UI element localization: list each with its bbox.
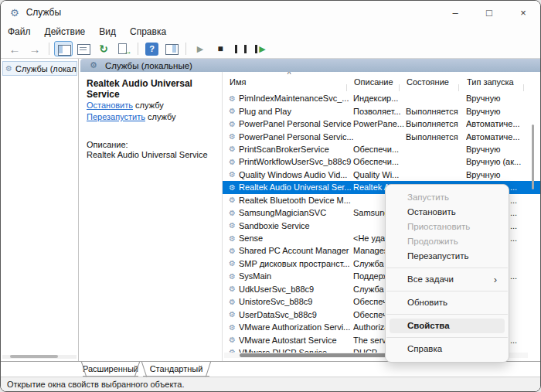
menu-item[interactable]: Справка — [123, 26, 173, 37]
service-startup-type-cell: Автоматиче... — [466, 132, 540, 141]
toolbar: ←→↻?▶■▶ — [1, 39, 540, 59]
restart-link-suffix: службу — [145, 112, 176, 121]
context-menu-item-label: Свойства — [407, 321, 450, 330]
maximize-button[interactable]: □ — [472, 1, 506, 24]
context-menu-item[interactable]: Продолжить — [390, 234, 505, 249]
service-row[interactable]: ⚙ PimIndexMaintenanceSvc_... Индексир...… — [223, 92, 540, 104]
context-menu-item — [386, 268, 508, 268]
service-gear-icon: ⚙ — [227, 336, 237, 344]
service-name-cell: UdkUserSvc_b88c9 — [239, 285, 353, 294]
service-row[interactable]: ⚙ PowerPanel Personal Servic... Выполняе… — [223, 130, 540, 142]
service-row[interactable]: ⚙ PrintScanBrokerService Обеспечи... Вру… — [223, 143, 540, 155]
service-gear-icon: ⚙ — [227, 107, 237, 115]
column-header-status[interactable]: Состояние — [407, 77, 449, 87]
tab-extended[interactable]: Расширенный — [83, 362, 138, 377]
context-menu-item-label: Перезапустить — [407, 251, 468, 261]
context-menu-item[interactable]: Остановить — [390, 205, 505, 220]
column-divider — [346, 84, 347, 91]
help-icon[interactable]: ? — [145, 43, 158, 56]
tab-standard[interactable]: Стандартный — [143, 362, 209, 377]
service-name-cell: Shared PC Account Manager — [239, 246, 353, 255]
back-icon[interactable]: ← — [5, 41, 24, 56]
tree-scrollbar-thumb[interactable] — [10, 355, 58, 358]
context-menu-item[interactable]: Перезапустить — [390, 249, 505, 264]
service-gear-icon: ⚙ — [227, 298, 237, 306]
show-action-pane-icon[interactable] — [162, 41, 181, 56]
list-column-headers: ^ Имя Описание Состояние Тип запуска — [223, 72, 540, 92]
submenu-arrow-icon: › — [494, 272, 497, 287]
toolbar-separator — [134, 41, 141, 56]
export-list-icon[interactable] — [114, 41, 133, 56]
pause-service-icon[interactable] — [231, 41, 250, 56]
service-gear-icon: ⚙ — [227, 209, 237, 217]
context-menu-item[interactable]: Обновить — [390, 295, 505, 310]
service-name-cell: UserDataSvc_b88c9 — [239, 310, 353, 319]
menu-item[interactable]: Вид — [92, 26, 123, 37]
service-context-menu: Запустить Остановить Приостановить Продо… — [385, 184, 509, 363]
toolbar-separator — [46, 41, 53, 56]
tree-root-services[interactable]: ⚙ Службы (локальные) — [2, 61, 77, 76]
service-startup-type-cell: Вручную — [466, 145, 540, 154]
service-gear-icon: ⚙ — [227, 132, 237, 141]
service-name-cell: PimIndexMaintenanceSvc_... — [239, 94, 353, 103]
context-menu-item[interactable]: Справка — [390, 342, 505, 356]
services-gear-icon: ⚙ — [90, 60, 97, 70]
context-menu-item[interactable]: Приостановить — [390, 220, 505, 234]
services-header-bar: ⚙ Службы (локальные) — [80, 59, 540, 72]
service-name-cell: Plug and Play — [239, 107, 353, 116]
service-name-cell: Realtek Audio Universal Ser... — [239, 182, 353, 192]
start-service-icon[interactable]: ▶ — [191, 41, 209, 56]
column-header-description[interactable]: Описание — [354, 77, 393, 87]
selected-service-title: Realtek Audio Universal Service — [87, 78, 222, 100]
stop-service-icon[interactable]: ■ — [211, 41, 230, 56]
column-header-name[interactable]: Имя — [230, 77, 246, 87]
menubar: ФайлДействиеВидСправка — [1, 24, 540, 39]
view-tabs: Расширенный Стандартный — [1, 361, 540, 377]
service-description-cell: Обеспечи... — [353, 157, 406, 166]
refresh-icon[interactable]: ↻ — [94, 41, 113, 56]
console-tree-pane: ⚙ Службы (локальные) — [1, 59, 79, 361]
service-row[interactable]: ⚙ Quality Windows Audio Vid... Quality W… — [223, 169, 540, 181]
properties-window-icon[interactable] — [74, 41, 93, 56]
tree-horizontal-scrollbar[interactable] — [2, 355, 77, 359]
service-gear-icon: ⚙ — [227, 183, 237, 192]
restart-service-icon[interactable]: ▶ — [251, 41, 270, 56]
service-gear-icon: ⚙ — [227, 221, 237, 230]
service-row[interactable]: ⚙ PowerPanel Personal Service PowerPane.… — [223, 118, 540, 130]
context-menu-item[interactable]: Все задачи › — [390, 272, 505, 287]
forward-icon[interactable]: → — [26, 41, 44, 56]
minimize-button[interactable]: – — [438, 1, 472, 24]
context-menu-item[interactable]: Запустить — [390, 190, 505, 205]
menu-item[interactable]: Файл — [1, 26, 38, 37]
context-menu-item — [386, 337, 508, 338]
list-vertical-scrollbar-thumb[interactable] — [532, 124, 534, 189]
close-button[interactable]: × — [506, 1, 540, 24]
stop-service-link[interactable]: Остановить — [87, 101, 133, 110]
service-startup-type-cell: Вручную — [466, 170, 540, 179]
column-header-startup-type[interactable]: Тип запуска — [467, 77, 514, 87]
show-console-tree-icon[interactable] — [54, 41, 73, 56]
context-menu-item[interactable]: Свойства — [390, 319, 505, 333]
service-gear-icon: ⚙ — [227, 247, 237, 255]
column-divider — [399, 84, 400, 91]
service-startup-type-cell: Вручную — [466, 94, 540, 103]
service-name-cell: PowerPanel Personal Service — [239, 119, 353, 128]
description-text: Realtek Audio Universal Service — [87, 150, 208, 159]
service-startup-type-cell: Автоматиче... — [466, 119, 540, 128]
service-gear-icon: ⚙ — [227, 94, 237, 103]
service-row[interactable]: ⚙ Plug and Play Позволяет... Выполняется… — [223, 104, 540, 117]
context-menu-item — [386, 291, 508, 291]
restart-service-link[interactable]: Перезапустить — [87, 112, 145, 121]
service-action-links: Остановить службу Перезапустить службу — [87, 100, 176, 123]
service-name-cell: VMware Authorization Servi... — [239, 322, 353, 332]
context-menu-item-label: Приостановить — [407, 222, 470, 231]
context-menu-item-label: Справка — [407, 344, 442, 353]
column-divider — [523, 84, 524, 91]
toolbar-separator — [182, 41, 189, 56]
status-text: Открытие окна свойств выбранного объекта… — [7, 380, 184, 389]
service-row[interactable]: ⚙ PrintWorkflowUserSvc_b88c9 Обеспечи...… — [223, 155, 540, 168]
service-description-cell: PowerPane... — [353, 119, 406, 128]
menu-item[interactable]: Действие — [38, 26, 93, 37]
service-gear-icon: ⚙ — [5, 64, 12, 73]
service-name-cell: VMware Autostart Service — [239, 336, 353, 345]
